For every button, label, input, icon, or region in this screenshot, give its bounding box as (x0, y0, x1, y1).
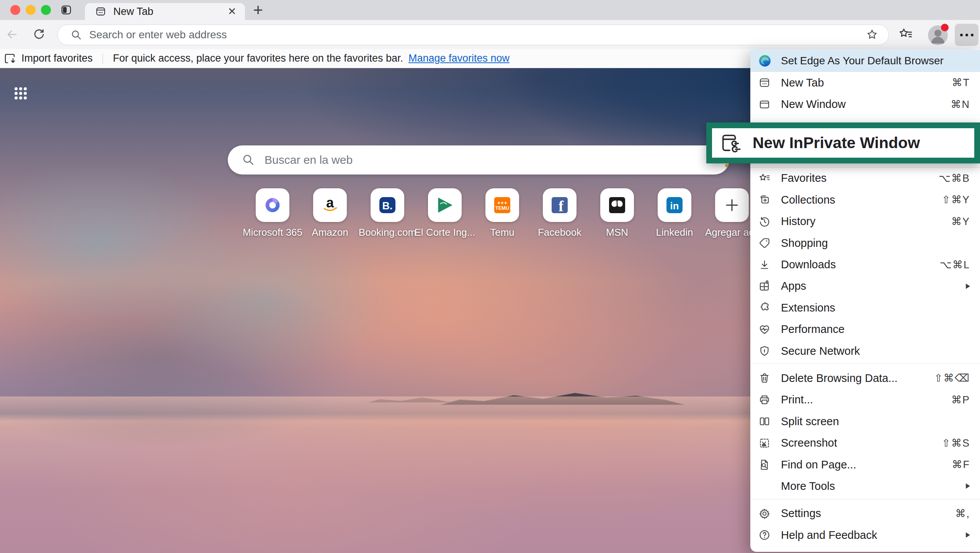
collections-icon (758, 193, 771, 206)
temu-icon[interactable]: ✦✦✦TEMU (485, 188, 519, 222)
menu-item-label: Help and Feedback (781, 529, 960, 542)
menu-item-new-window[interactable]: New Window⌘N (750, 93, 980, 115)
new-tab-button[interactable]: + (249, 1, 267, 19)
web-search-box[interactable] (228, 145, 729, 175)
svg-text:B.: B. (382, 200, 393, 212)
keyboard-shortcut: ⌥⌘B (939, 172, 970, 184)
svg-text:in: in (670, 201, 679, 211)
shortcut-linkedin[interactable]: inLinkedin (658, 188, 691, 222)
menu-item-label: Set Edge As Your Default Browser (781, 55, 980, 67)
menu-item-screenshot[interactable]: Screenshot⇧⌘S (750, 432, 980, 453)
menu-item-label: Screenshot (781, 437, 942, 449)
menu-item-new-tab[interactable]: New Tab⌘T (750, 72, 980, 93)
menu-item-shopping[interactable]: Shopping (750, 232, 980, 254)
minimize-window-button[interactable] (26, 5, 36, 15)
shortcut-temu[interactable]: ✦✦✦TEMUTemu (485, 188, 519, 222)
el-corte-ingles-icon[interactable] (428, 188, 462, 222)
facebook-icon[interactable]: f (543, 188, 577, 222)
favorites-bar-icon[interactable] (898, 27, 913, 42)
shortcut-microsoft-365[interactable]: Microsoft 365 (256, 188, 289, 222)
menu-item-settings[interactable]: Settings⌘, (750, 503, 980, 524)
menu-item-apps[interactable]: Apps (750, 276, 980, 297)
performance-icon (758, 323, 771, 336)
reload-icon[interactable] (32, 28, 46, 41)
keyboard-shortcut: ⇧⌘⌫ (934, 372, 970, 384)
menu-item-label: Delete Browsing Data... (781, 372, 934, 385)
new-window-icon (758, 98, 771, 111)
manage-favorites-link[interactable]: Manage favorites now (408, 52, 510, 64)
apps-icon (758, 280, 771, 293)
tab-new-tab[interactable]: New Tab ✕ (85, 3, 245, 20)
svg-text:✦✦✦: ✦✦✦ (497, 201, 508, 205)
menu-item-label: Secure Network (781, 345, 970, 357)
linkedin-icon[interactable]: in (658, 188, 691, 222)
back-icon[interactable] (5, 28, 19, 41)
url-input[interactable] (88, 28, 866, 41)
menu-divider (750, 499, 980, 499)
chevron-right-icon (966, 483, 970, 489)
toolbar (0, 20, 980, 49)
maximize-window-button[interactable] (41, 5, 51, 15)
menu-item-more-tools[interactable]: More Tools (750, 475, 980, 497)
menu-item-find-on-page[interactable]: Find on Page...⌘F (750, 454, 980, 475)
search-icon (70, 29, 82, 41)
shortcut-amazon[interactable]: aAmazon (313, 188, 347, 222)
menu-item-downloads[interactable]: Downloads⌥⌘L (750, 254, 980, 275)
edge-logo-icon (758, 54, 772, 68)
address-bar[interactable] (57, 24, 889, 45)
import-favorites-button[interactable]: Import favorites (21, 52, 93, 64)
settings-and-more-button[interactable] (955, 24, 978, 46)
inprivate-highlight-label: New InPrivate Window (753, 134, 920, 152)
app-launcher-icon[interactable] (15, 87, 27, 100)
inprivate-highlight[interactable]: New InPrivate Window (706, 122, 980, 163)
history-icon (758, 215, 771, 228)
search-icon (242, 153, 255, 167)
menu-item-split-screen[interactable]: Split screen (750, 411, 980, 432)
shortcut-add-shortcut[interactable]: Agregar acc (715, 188, 749, 222)
tab-title: New Tab (113, 6, 225, 18)
help-icon (758, 529, 771, 542)
menu-item-delete-browsing-data[interactable]: Delete Browsing Data...⇧⌘⌫ (750, 367, 980, 389)
secure-network-icon (758, 344, 771, 357)
booking-icon[interactable]: B. (371, 188, 404, 222)
chevron-right-icon (966, 284, 970, 289)
menu-group: Delete Browsing Data...⇧⌘⌫Print...⌘PSpli… (750, 367, 980, 497)
tab-strip: New Tab ✕ + (0, 0, 980, 20)
inprivate-icon (720, 132, 742, 154)
menu-divider (750, 364, 980, 364)
add-shortcut-icon[interactable] (715, 188, 749, 222)
profile-button[interactable] (928, 25, 948, 45)
profile-notification-dot (941, 24, 949, 31)
keyboard-shortcut: ⌘N (951, 98, 970, 111)
menu-item-performance[interactable]: Performance (750, 319, 980, 340)
favorite-this-page-icon[interactable] (866, 28, 879, 41)
amazon-icon[interactable]: a (313, 188, 347, 222)
microsoft-365-icon[interactable] (256, 188, 289, 222)
menu-item-history[interactable]: History⌘Y (750, 211, 980, 232)
menu-item-collections[interactable]: Collections⇧⌘Y (750, 189, 980, 210)
menu-item-label: Print... (781, 393, 951, 406)
keyboard-shortcut: ⌘P (951, 394, 970, 406)
shortcut-msn[interactable]: MSN (600, 188, 634, 222)
tab-close-icon[interactable]: ✕ (225, 5, 239, 18)
web-search-input[interactable] (264, 153, 729, 167)
shortcut-booking[interactable]: B.Booking.com (371, 188, 404, 222)
keyboard-shortcut: ⌥⌘L (940, 259, 970, 271)
menu-item-help-and-feedback[interactable]: Help and Feedback (750, 524, 980, 546)
settings-icon (758, 507, 771, 520)
menu-item-extensions[interactable]: Extensions (750, 297, 980, 318)
menu-group: Favorites⌥⌘BCollections⇧⌘YHistory⌘YShopp… (750, 168, 980, 362)
menu-item-print[interactable]: Print...⌘P (750, 389, 980, 411)
chevron-right-icon (966, 532, 970, 538)
menu-item-label: Split screen (781, 415, 970, 428)
shortcut-el-corte-ingles[interactable]: El Corte Ing... (428, 188, 462, 222)
find-on-page-icon (758, 458, 771, 471)
menu-item-secure-network[interactable]: Secure Network (750, 340, 980, 362)
shortcut-facebook[interactable]: fFacebook (543, 188, 577, 222)
downloads-icon (758, 258, 771, 271)
msn-icon[interactable] (600, 188, 634, 222)
workspaces-icon[interactable] (60, 4, 72, 16)
menu-item-favorites[interactable]: Favorites⌥⌘B (750, 168, 980, 189)
close-window-button[interactable] (10, 5, 20, 15)
menu-item-set-default-browser[interactable]: Set Edge As Your Default Browser (750, 50, 980, 72)
